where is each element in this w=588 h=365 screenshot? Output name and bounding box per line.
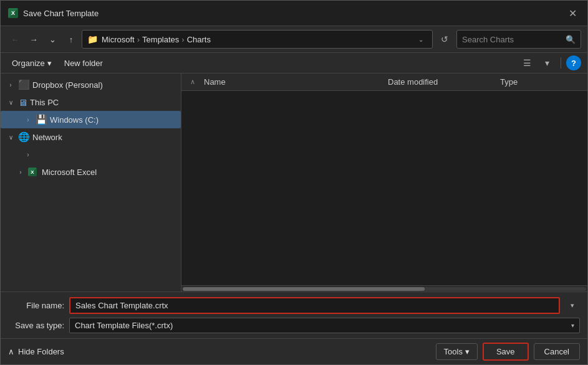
toolbar: Organize ▾ New folder ☰ ▾ ? bbox=[1, 53, 587, 73]
expander-network-sub: › bbox=[23, 149, 33, 159]
toolbar-separator bbox=[561, 57, 561, 69]
expander-windows-c: › bbox=[23, 115, 33, 125]
new-folder-button[interactable]: New folder bbox=[59, 57, 108, 70]
this-pc-label: This PC bbox=[30, 98, 59, 107]
cancel-button[interactable]: Cancel bbox=[534, 343, 580, 360]
sidebar-item-dropbox[interactable]: › ⬛ Dropbox (Personal) bbox=[1, 76, 181, 93]
breadcrumb-segment-3[interactable]: Charts bbox=[187, 35, 211, 44]
excel-icon: X bbox=[28, 168, 37, 176]
hide-folders-icon: ∧ bbox=[8, 347, 14, 356]
save-button[interactable]: Save bbox=[483, 343, 529, 361]
organize-label: Organize bbox=[12, 59, 45, 68]
network-label: Network bbox=[32, 133, 62, 142]
sidebar-item-this-pc[interactable]: ∨ 🖥 This PC bbox=[1, 93, 181, 111]
search-box: 🔍 bbox=[456, 30, 581, 49]
view-icon: ☰ bbox=[523, 58, 531, 68]
organize-button[interactable]: Organize ▾ bbox=[7, 57, 57, 70]
expander-dropbox: › bbox=[6, 80, 16, 90]
save-type-value: Chart Template Files(*.crtx) bbox=[75, 321, 173, 330]
breadcrumb-path: Microsoft › Templates › Charts bbox=[102, 35, 411, 44]
dropdown-button[interactable]: ⌄ bbox=[44, 31, 60, 47]
folder-icon: 📁 bbox=[87, 34, 98, 44]
sort-up-icon[interactable]: ∧ bbox=[186, 74, 199, 90]
forward-button[interactable]: → bbox=[26, 31, 42, 47]
col-date-header[interactable]: Date modified bbox=[383, 73, 495, 90]
file-name-row: File name: ▾ bbox=[8, 297, 580, 314]
excel-label: Microsoft Excel bbox=[42, 168, 97, 177]
expander-this-pc: ∨ bbox=[6, 97, 16, 107]
file-list-body bbox=[181, 91, 587, 285]
windows-c-label: Windows (C:) bbox=[50, 115, 99, 125]
view-dropdown-icon: ▾ bbox=[545, 58, 549, 68]
breadcrumb-sep-2: › bbox=[181, 35, 184, 44]
refresh-button[interactable]: ↺ bbox=[435, 30, 454, 49]
network-icon: 🌐 bbox=[18, 131, 30, 143]
file-area: ∧ Name Date modified Type bbox=[181, 73, 587, 292]
title-bar: X Save Chart Template ✕ bbox=[1, 1, 587, 26]
up-button[interactable]: ↑ bbox=[63, 31, 79, 47]
file-name-input[interactable] bbox=[69, 297, 560, 314]
breadcrumb-segment-2[interactable]: Templates bbox=[142, 35, 179, 44]
sidebar-item-windows-c[interactable]: › 💾 Windows (C:) bbox=[1, 111, 181, 128]
sidebar-item-microsoft-excel[interactable]: › X Microsoft Excel bbox=[1, 163, 181, 181]
save-chart-template-dialog: X Save Chart Template ✕ ← → ⌄ ↑ 📁 Micros… bbox=[0, 0, 588, 365]
view-toggle-button[interactable]: ☰ bbox=[518, 55, 536, 70]
sidebar-item-network[interactable]: ∨ 🌐 Network bbox=[1, 128, 181, 146]
new-folder-label: New folder bbox=[64, 59, 103, 68]
close-button[interactable]: ✕ bbox=[565, 6, 580, 21]
tools-label: Tools bbox=[444, 347, 463, 356]
hide-folders-button[interactable]: ∧ Hide Folders bbox=[8, 347, 64, 356]
organize-arrow-icon: ▾ bbox=[47, 59, 52, 68]
breadcrumb-dropdown[interactable]: ⌄ bbox=[415, 33, 427, 45]
app-icon: X bbox=[8, 8, 18, 18]
save-type-dropdown[interactable]: Chart Template Files(*.crtx) ▾ bbox=[69, 318, 580, 333]
dropbox-icon: ⬛ bbox=[18, 79, 30, 90]
bottom-bar: File name: ▾ Save as type: Chart Templat… bbox=[1, 292, 587, 338]
file-name-dropdown[interactable]: ▾ bbox=[565, 301, 580, 310]
nav-bar: ← → ⌄ ↑ 📁 Microsoft › Templates › Charts… bbox=[1, 26, 587, 53]
hide-folders-label: Hide Folders bbox=[18, 347, 64, 356]
expander-excel: › bbox=[16, 167, 26, 177]
breadcrumb-sep-1: › bbox=[137, 35, 140, 44]
breadcrumb-segment-1[interactable]: Microsoft bbox=[102, 35, 135, 44]
dropbox-label: Dropbox (Personal) bbox=[32, 80, 103, 90]
main-content: › ⬛ Dropbox (Personal) ∨ 🖥 This PC › 💾 W… bbox=[1, 73, 587, 292]
save-type-arrow-icon: ▾ bbox=[571, 322, 574, 329]
sidebar-item-network-sub[interactable]: › bbox=[1, 146, 181, 163]
col-type-header[interactable]: Type bbox=[495, 73, 582, 90]
action-right: Tools ▾ Save Cancel bbox=[436, 343, 580, 361]
pc-icon: 🖥 bbox=[18, 97, 27, 108]
help-button[interactable]: ? bbox=[566, 55, 581, 70]
expander-network: ∨ bbox=[6, 132, 16, 142]
scroll-thumb[interactable] bbox=[183, 287, 425, 291]
tools-button[interactable]: Tools ▾ bbox=[436, 343, 478, 360]
scroll-track bbox=[183, 287, 586, 291]
view-dropdown-button[interactable]: ▾ bbox=[538, 55, 556, 70]
col-name-header[interactable]: Name bbox=[199, 73, 383, 90]
tools-arrow-icon: ▾ bbox=[465, 347, 470, 356]
file-list-header: ∧ Name Date modified Type bbox=[181, 73, 587, 91]
search-icon: 🔍 bbox=[566, 35, 576, 44]
save-type-row: Save as type: Chart Template Files(*.crt… bbox=[8, 318, 580, 333]
file-name-label: File name: bbox=[8, 301, 64, 310]
save-type-label: Save as type: bbox=[8, 321, 64, 330]
back-button[interactable]: ← bbox=[7, 31, 23, 47]
horizontal-scrollbar[interactable] bbox=[181, 285, 587, 292]
breadcrumb-bar[interactable]: 📁 Microsoft › Templates › Charts ⌄ bbox=[82, 30, 433, 49]
sidebar: › ⬛ Dropbox (Personal) ∨ 🖥 This PC › 💾 W… bbox=[1, 73, 181, 292]
search-input[interactable] bbox=[462, 35, 562, 44]
action-row: ∧ Hide Folders Tools ▾ Save Cancel bbox=[1, 338, 587, 364]
dialog-title: Save Chart Template bbox=[23, 9, 560, 18]
drive-icon: 💾 bbox=[36, 114, 47, 125]
